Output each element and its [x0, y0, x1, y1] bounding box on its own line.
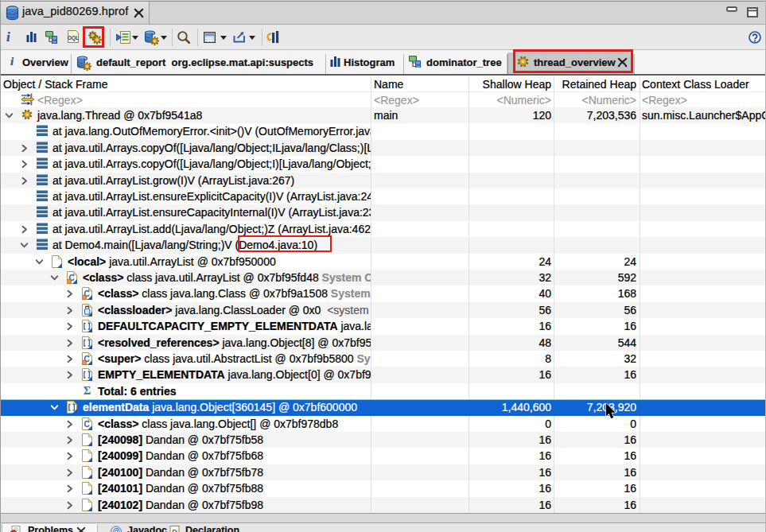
svg-text:D: D [172, 528, 177, 532]
svg-text:@: @ [112, 527, 120, 532]
svg-text:OQL: OQL [68, 35, 79, 41]
